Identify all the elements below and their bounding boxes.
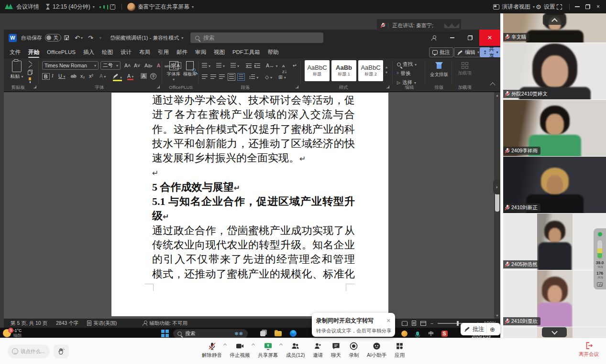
replace-button[interactable]: ᵇ 替换 [397,70,410,77]
align-right-icon[interactable] [219,74,225,80]
scroll-participants-down-button[interactable] [542,327,567,337]
word-count[interactable]: 2843 个字 [56,320,78,327]
screen-share-button[interactable]: 共享屏幕 [258,342,278,359]
record-button[interactable]: 录制 [349,342,359,359]
ribbon-tab-文件[interactable]: 文件 [6,46,24,58]
line-spacing-icon[interactable]: ↕ ▾ [249,74,258,80]
scroll-up-icon[interactable]: ▲ [494,92,500,98]
scroll-participants-up-button[interactable] [543,15,566,25]
char-shading-button[interactable]: A [141,73,147,79]
subscript-button[interactable]: x₂ [80,73,85,79]
weather-widget[interactable]: 3 -1°C晴朗 [3,329,22,338]
ribbon-tab-OfficePLUS[interactable]: OfficePLUS [43,46,79,58]
camera-button[interactable]: 停止视频 [230,342,250,359]
accessibility-status[interactable]: 辅助功能: 不可用 [143,320,187,327]
full-layout-button[interactable]: 全文排版 [428,62,451,78]
ribbon-tab-引用[interactable]: 引用 [154,46,173,58]
magnifier-button[interactable]: ⊕ [486,325,498,333]
ribbon-tab-视图[interactable]: 视图 [210,46,229,58]
word-scrollbar[interactable]: ▲ ▼ [494,92,500,319]
leave-meeting-button[interactable]: 离开会议 [579,342,599,358]
notification-close-icon[interactable]: ✕ [386,318,391,324]
read-mode-icon[interactable] [402,321,408,325]
file-explorer-icon[interactable] [274,329,282,338]
autosave-control[interactable]: 自动保存 [21,30,42,46]
find-button[interactable]: 查找 ▾ [397,61,417,68]
web-layout-icon[interactable] [420,321,426,326]
highlight-button[interactable]: ▾ [113,73,122,81]
apps-button[interactable]: 应用 [395,342,405,359]
account-button[interactable] [425,30,443,46]
edge-browser-icon[interactable] [289,329,297,338]
tray-mic-icon[interactable] [413,329,422,338]
participant-tile[interactable]: 2410刘显欣 [503,270,606,327]
clipboard-launcher-icon[interactable] [33,86,36,88]
zoom-out-icon[interactable]: − [430,321,433,326]
justify-icon[interactable] [228,73,235,81]
maximize-button[interactable] [585,0,590,13]
comment-button[interactable]: 批注 [429,47,453,57]
text-effects-icon[interactable]: A ▾ [99,73,106,79]
sort-icon[interactable]: AZ↓ [282,63,287,74]
undo-button[interactable]: ↶▾ [75,30,83,46]
camera-snapshot-icon[interactable] [597,282,603,287]
borders-icon[interactable]: ⊞ ▾ [278,74,286,80]
shading-icon[interactable]: ◇ ▾ [265,74,272,80]
save-button[interactable] [64,30,69,46]
align-center-icon[interactable] [210,74,216,80]
sidebar-collapse-handle[interactable]: › [493,179,500,194]
participant-tile[interactable]: 2405孙浩然 [503,214,606,270]
quick-access-chevron-icon[interactable]: ▿ [99,30,101,46]
styles-more-icon[interactable]: ▴▾ [386,65,387,75]
italic-button[interactable]: I [52,73,54,78]
bold-button[interactable]: B [42,73,50,80]
close-button[interactable]: × [596,0,600,13]
show-marks-icon[interactable]: ↵ [293,63,297,68]
cut-icon[interactable] [28,62,33,67]
chat-input[interactable]: 说点什么... [8,344,50,358]
style-card-标题 2[interactable]: AaBbC标题 2 [358,60,383,81]
participant-tile[interactable]: 外院2410贾婷文 [503,43,606,99]
participant-tile[interactable]: 2410刘新正 [503,157,606,213]
copy-icon[interactable] [28,70,33,75]
paragraph-launcher-icon[interactable] [296,86,298,88]
multilevel-icon[interactable]: ▾ [231,63,239,68]
bullets-icon[interactable]: ▾ [202,63,210,68]
ime-indicator[interactable]: 中 [427,329,435,338]
underline-button[interactable]: U ▾ [58,73,66,79]
mic-muted-button[interactable]: 解除静音 [202,342,222,359]
raise-hand-button[interactable] [54,344,69,358]
network-monitor-widget[interactable]: 39.0 K/s 176 K/s [594,228,606,289]
ribbon-tab-邮件[interactable]: 邮件 [173,46,191,58]
scrollbar-thumb[interactable] [495,193,499,212]
strikethrough-button[interactable]: ab [71,73,77,79]
change-case-icon[interactable]: Aa▾ [144,63,153,68]
ribbon-tab-绘图[interactable]: 绘图 [98,46,117,58]
font-lib-button[interactable]: 字 字体库▾ [165,61,182,82]
ribbon-tab-设计[interactable]: 设计 [117,46,135,58]
font-color-button[interactable]: A ▾ [127,73,133,80]
fullscreen-button[interactable] [557,0,562,13]
paste-button[interactable]: 粘贴 ▾ [9,61,25,80]
asian-layout-icon[interactable]: A↔ ▾ [266,63,277,68]
align-left-icon[interactable] [202,74,208,80]
document-page[interactable]: 通过举办学术会议、技术研讨会等活动，促进了各方在蜜桃产业领域的深入交流与合作。这… [111,93,388,316]
addins-button[interactable]: 加载项 [455,62,474,75]
clear-format-icon[interactable]: A [157,63,160,68]
style-card-标题[interactable]: AaBbC标题 [305,60,330,81]
ribbon-tab-插入[interactable]: 插入 [79,46,98,58]
ribbon-tab-PDF工具箱[interactable]: PDF工具箱 [229,46,264,58]
settings-button[interactable]: ⚙ 设置 [536,0,555,13]
view-mode-button[interactable]: 演讲者视图 ▾ [493,0,535,13]
enclose-char-button[interactable]: 字 [150,73,156,79]
redo-button[interactable]: ↷ [88,30,93,46]
superscript-button[interactable]: x² [89,73,93,79]
grow-font-icon[interactable]: A˄ [124,63,131,68]
share-button[interactable]: ↥共享▾ [480,47,501,57]
word-close-button[interactable]: ✕ [479,30,500,46]
font-size-dropdown[interactable]: 二号▾ [100,61,121,70]
network-signal-icon[interactable] [99,4,108,10]
participant-tile[interactable]: 2409李祥雨 [503,100,606,156]
font-launcher-icon[interactable] [157,86,160,88]
autosave-toggle[interactable]: 关 [45,34,61,42]
